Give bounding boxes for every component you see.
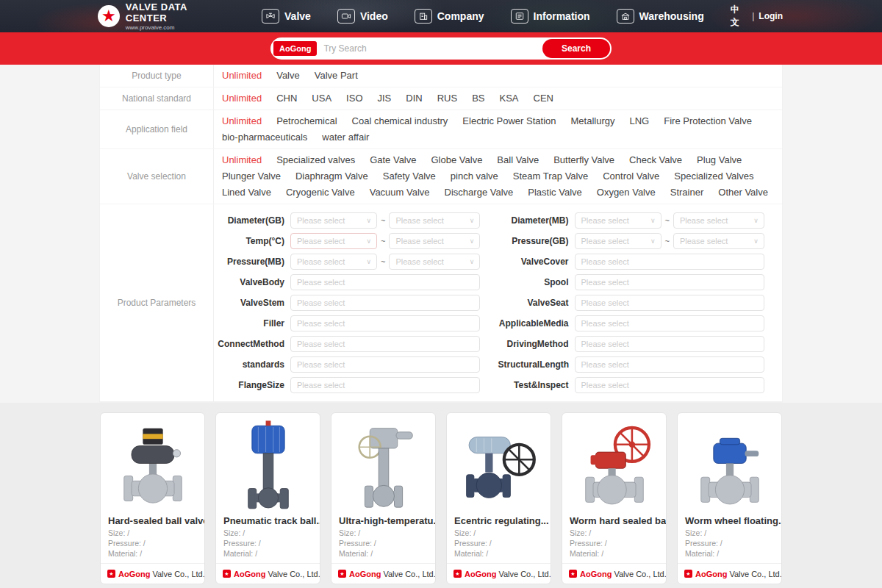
product-image[interactable] xyxy=(678,413,781,513)
filter-option-other-valve[interactable]: Other Valve xyxy=(718,185,768,200)
company-name[interactable]: AoGong xyxy=(465,570,496,578)
product-title[interactable]: Ultra-high-temperatu... xyxy=(331,513,435,528)
filter-option-oxygen-valve[interactable]: Oxygen Valve xyxy=(597,185,656,200)
product-title[interactable]: Worm hard sealed ba... xyxy=(562,513,666,528)
filter-option-plastic-valve[interactable]: Plastic Valve xyxy=(528,185,581,200)
param-select-pressure-gb-min[interactable]: Please select∨ xyxy=(575,233,662,249)
filter-option-discharge-valve[interactable]: Discharge Valve xyxy=(445,185,514,200)
filter-option-specialized-valves[interactable]: Specialized valves xyxy=(276,153,355,168)
product-card[interactable]: Ecentric regulating...Size: /Pressure: /… xyxy=(446,412,551,584)
filter-option-ksa[interactable]: KSA xyxy=(499,91,518,106)
filter-option-chn[interactable]: CHN xyxy=(276,91,297,106)
company-name[interactable]: AoGong xyxy=(234,570,265,578)
filter-option-check-valve[interactable]: Check Valve xyxy=(629,153,682,168)
search-input[interactable] xyxy=(323,43,542,54)
language-toggle[interactable]: 中文 xyxy=(731,4,748,29)
filter-option-rus[interactable]: RUS xyxy=(437,91,457,106)
filter-option-globe-valve[interactable]: Globe Valve xyxy=(431,153,483,168)
filter-option-control-valve[interactable]: Control Valve xyxy=(603,169,659,184)
site-logo[interactable]: ★ VALVE DATA CENTER www.provalve.com xyxy=(98,1,231,31)
nav-item-company[interactable]: Company xyxy=(415,9,484,24)
nav-item-warehousing[interactable]: Warehousing xyxy=(617,9,704,24)
param-select-diameter-mb-min[interactable]: Please select∨ xyxy=(575,212,662,229)
company-name[interactable]: AoGong xyxy=(580,570,612,578)
param-input-test-inspect[interactable] xyxy=(575,377,764,393)
filter-option-bs[interactable]: BS xyxy=(472,91,484,106)
search-button[interactable]: Search xyxy=(542,39,610,58)
filter-option-iso[interactable]: ISO xyxy=(346,91,362,106)
filter-option-jis[interactable]: JIS xyxy=(378,91,392,106)
filter-option-water-affair[interactable]: water affair xyxy=(322,130,369,145)
filter-option-cryogenic-valve[interactable]: Cryogenic Valve xyxy=(286,185,355,200)
param-select-diameter-mb-max[interactable]: Please select∨ xyxy=(673,212,764,229)
filter-option-din[interactable]: DIN xyxy=(406,91,422,106)
filter-option-valve-part[interactable]: Valve Part xyxy=(315,68,358,83)
filter-option-unlimited[interactable]: Unlimited xyxy=(222,153,262,168)
param-select-diameter-gb-min[interactable]: Please select∨ xyxy=(290,212,377,229)
company-name[interactable]: AoGong xyxy=(695,570,727,578)
product-image[interactable] xyxy=(331,413,435,513)
search-scope-badge[interactable]: AoGong xyxy=(273,41,317,56)
filter-option-steam-trap-valve[interactable]: Steam Trap Valve xyxy=(513,169,588,184)
product-card[interactable]: Worm hard sealed ba...Size: /Pressure: /… xyxy=(562,412,667,584)
filter-option-petrochemical[interactable]: Petrochemical xyxy=(276,114,337,129)
filter-option-cen[interactable]: CEN xyxy=(534,91,553,106)
company-name[interactable]: AoGong xyxy=(118,570,150,578)
param-input-valveseat[interactable] xyxy=(575,295,764,311)
param-input-connectmethod[interactable] xyxy=(290,336,480,352)
filter-option-strainer[interactable]: Strainer xyxy=(670,185,704,200)
login-link[interactable]: Login xyxy=(759,11,783,21)
param-select-pressure-mb-max[interactable]: Please select∨ xyxy=(389,254,480,270)
nav-item-information[interactable]: Information xyxy=(511,9,590,24)
param-input-drivingmethod[interactable] xyxy=(575,336,764,352)
filter-option-lng[interactable]: LNG xyxy=(629,114,649,129)
product-title[interactable]: Hard-sealed ball valve xyxy=(101,513,204,528)
product-card[interactable]: Ultra-high-temperatu...Size: /Pressure: … xyxy=(331,412,436,584)
filter-option-unlimited[interactable]: Unlimited xyxy=(222,114,262,129)
product-image[interactable] xyxy=(216,413,320,513)
filter-option-vacuum-valve[interactable]: Vacuum Valve xyxy=(370,185,430,200)
filter-option-specialized-valves[interactable]: Specialized Valves xyxy=(674,169,753,184)
product-title[interactable]: Worm wheel floating... xyxy=(678,513,781,528)
param-select-temp-c-max[interactable]: Please select∨ xyxy=(389,233,480,249)
product-image[interactable] xyxy=(101,413,204,513)
param-input-applicablemedia[interactable] xyxy=(575,315,764,331)
param-select-pressure-mb-min[interactable]: Please select∨ xyxy=(290,254,377,270)
filter-option-valve[interactable]: Valve xyxy=(276,68,300,83)
product-title[interactable]: Pneumatic track ball... xyxy=(216,513,320,528)
filter-option-bio-pharmaceuticals[interactable]: bio-pharmaceuticals xyxy=(222,130,307,145)
filter-option-lined-valve[interactable]: Lined Valve xyxy=(222,185,271,200)
param-select-temp-c-min[interactable]: Please select∨ xyxy=(290,233,377,249)
param-input-valvecover[interactable] xyxy=(575,254,764,270)
param-select-diameter-gb-max[interactable]: Please select∨ xyxy=(389,212,480,229)
product-image[interactable] xyxy=(447,413,551,513)
filter-option-safety-valve[interactable]: Safety Valve xyxy=(383,169,436,184)
filter-option-usa[interactable]: USA xyxy=(312,91,331,106)
filter-option-butterfly-valve[interactable]: Butterfly Valve xyxy=(553,153,614,168)
product-card[interactable]: Hard-sealed ball valveSize: /Pressure: /… xyxy=(100,412,205,584)
filter-option-diaphragm-valve[interactable]: Diaphragm Valve xyxy=(295,169,368,184)
nav-item-valve[interactable]: Valve xyxy=(262,9,311,24)
filter-option-coal-chemical-industry[interactable]: Coal chemical industry xyxy=(352,114,448,129)
filter-option-pinch-valve[interactable]: pinch valve xyxy=(451,169,498,184)
filter-option-plug-valve[interactable]: Plug Valve xyxy=(697,153,742,168)
filter-option-fire-protection-valve[interactable]: Fire Protection Valve xyxy=(664,114,752,129)
company-name[interactable]: AoGong xyxy=(349,570,381,578)
product-card[interactable]: Pneumatic track ball...Size: /Pressure: … xyxy=(215,412,320,584)
product-image[interactable] xyxy=(562,413,666,513)
filter-option-electric-power-station[interactable]: Electric Power Station xyxy=(462,114,556,129)
filter-option-plunger-valve[interactable]: Plunger Valve xyxy=(222,169,281,184)
param-input-structurallength[interactable] xyxy=(575,356,764,373)
param-input-valvestem[interactable] xyxy=(290,295,480,311)
filter-option-metallurgy[interactable]: Metallurgy xyxy=(571,114,615,129)
param-input-standards[interactable] xyxy=(290,356,480,373)
param-input-valvebody[interactable] xyxy=(290,274,480,290)
product-card[interactable]: Worm wheel floating...Size: /Pressure: /… xyxy=(677,412,782,584)
product-title[interactable]: Ecentric regulating... xyxy=(447,513,551,528)
filter-option-unlimited[interactable]: Unlimited xyxy=(222,91,262,106)
param-input-filler[interactable] xyxy=(290,315,480,331)
param-input-spool[interactable] xyxy=(575,274,764,290)
filter-option-unlimited[interactable]: Unlimited xyxy=(222,68,262,83)
param-select-pressure-gb-max[interactable]: Please select∨ xyxy=(673,233,764,249)
filter-option-gate-valve[interactable]: Gate Valve xyxy=(370,153,416,168)
